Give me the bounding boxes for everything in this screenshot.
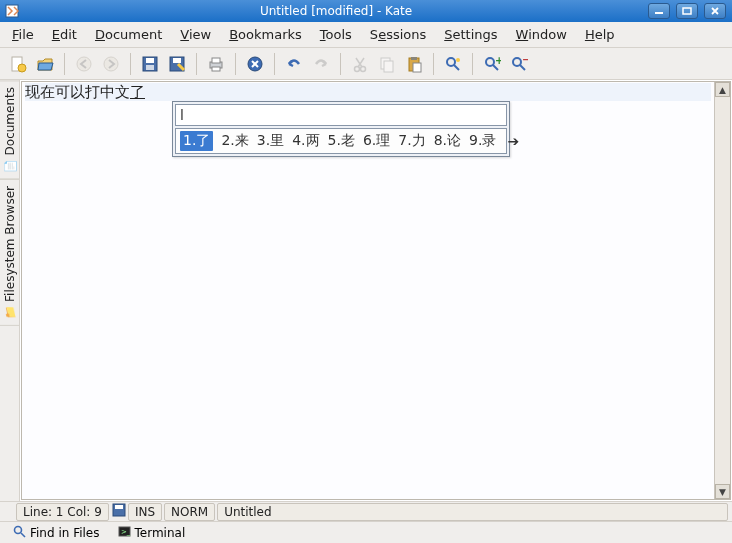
copy-icon[interactable] bbox=[375, 52, 399, 76]
vertical-scrollbar[interactable]: ▲ ▼ bbox=[714, 82, 730, 499]
documents-icon: 📄 bbox=[3, 159, 16, 172]
save-status-icon[interactable] bbox=[112, 503, 126, 520]
svg-rect-22 bbox=[413, 63, 421, 72]
open-file-icon[interactable] bbox=[33, 52, 57, 76]
window-title: Untitled [modified] - Kate bbox=[24, 4, 648, 18]
ime-candidate[interactable]: 4.两 bbox=[292, 132, 319, 150]
svg-rect-14 bbox=[212, 67, 220, 71]
menu-document[interactable]: Document bbox=[87, 24, 170, 45]
sidetab-filesystem-label: Filesystem Browser bbox=[3, 186, 17, 302]
menu-settings[interactable]: Settings bbox=[436, 24, 505, 45]
svg-rect-8 bbox=[146, 58, 154, 63]
ime-candidate[interactable]: 2.来 bbox=[221, 132, 248, 150]
text-editor[interactable]: 现在可以打中文了 l 1.了 2.来 3.里 4.两 5.老 6.理 7.力 8… bbox=[22, 82, 714, 499]
close-button[interactable] bbox=[704, 3, 726, 19]
back-icon[interactable] bbox=[72, 52, 96, 76]
main-area: 📄 Documents 📁 Filesystem Browser 现在可以打中文… bbox=[0, 80, 732, 501]
titlebar: Untitled [modified] - Kate bbox=[0, 0, 732, 22]
zoom-out-icon[interactable]: − bbox=[507, 52, 531, 76]
svg-point-25 bbox=[456, 58, 460, 62]
scroll-down-icon[interactable]: ▼ bbox=[715, 484, 730, 499]
svg-point-16 bbox=[355, 66, 360, 71]
bottomtab-terminal-label: Terminal bbox=[135, 526, 186, 540]
scroll-up-icon[interactable]: ▲ bbox=[715, 82, 730, 97]
folder-icon: 📁 bbox=[3, 306, 16, 319]
status-linecol: Line: 1 Col: 9 bbox=[16, 503, 109, 521]
menu-window[interactable]: Window bbox=[508, 24, 575, 45]
status-insert-mode[interactable]: INS bbox=[128, 503, 162, 521]
sidetab-documents[interactable]: 📄 Documents bbox=[0, 80, 19, 179]
sidetab-documents-label: Documents bbox=[3, 87, 17, 155]
undo-icon[interactable] bbox=[282, 52, 306, 76]
svg-line-30 bbox=[520, 65, 525, 70]
ime-next-page-icon[interactable]: ➔ bbox=[504, 133, 522, 149]
menu-tools[interactable]: Tools bbox=[312, 24, 360, 45]
status-norm: NORM bbox=[164, 503, 215, 521]
svg-point-26 bbox=[486, 58, 494, 66]
svg-point-4 bbox=[18, 64, 26, 72]
svg-point-5 bbox=[77, 57, 91, 71]
minimize-button[interactable] bbox=[648, 3, 670, 19]
terminal-icon: >_ bbox=[118, 525, 131, 541]
redo-icon[interactable] bbox=[309, 52, 333, 76]
bottomtab-terminal[interactable]: >_ Terminal bbox=[111, 523, 193, 543]
svg-line-24 bbox=[454, 65, 459, 70]
ime-candidate[interactable]: 6.理 bbox=[363, 132, 390, 150]
menu-bookmarks[interactable]: Bookmarks bbox=[221, 24, 310, 45]
ime-candidate[interactable]: 9.录 bbox=[469, 132, 496, 150]
menu-view[interactable]: View bbox=[172, 24, 219, 45]
svg-rect-13 bbox=[212, 58, 220, 63]
svg-rect-19 bbox=[384, 61, 393, 72]
ime-candidate[interactable]: 5.老 bbox=[328, 132, 355, 150]
menu-file[interactable]: File bbox=[4, 24, 42, 45]
svg-rect-11 bbox=[173, 58, 181, 63]
maximize-button[interactable] bbox=[676, 3, 698, 19]
ime-candidate[interactable]: 8.论 bbox=[434, 132, 461, 150]
paste-icon[interactable] bbox=[402, 52, 426, 76]
save-icon[interactable] bbox=[138, 52, 162, 76]
ime-candidate[interactable]: 1.了 bbox=[180, 131, 213, 151]
app-icon bbox=[4, 3, 20, 19]
menubar: File Edit Document View Bookmarks Tools … bbox=[0, 22, 732, 48]
ime-candidate[interactable]: 7.力 bbox=[398, 132, 425, 150]
svg-line-35 bbox=[21, 533, 25, 537]
ime-popup: l 1.了 2.来 3.里 4.两 5.老 6.理 7.力 8.论 9.录 ➔ bbox=[172, 101, 510, 157]
sidetab-filesystem[interactable]: 📁 Filesystem Browser bbox=[0, 179, 19, 326]
ime-candidate-list[interactable]: 1.了 2.来 3.里 4.两 5.老 6.理 7.力 8.论 9.录 ➔ bbox=[175, 128, 507, 154]
bottomtab-find-label: Find in Files bbox=[30, 526, 100, 540]
svg-rect-2 bbox=[683, 8, 691, 14]
zoom-in-icon[interactable]: + bbox=[480, 52, 504, 76]
search-icon bbox=[13, 525, 26, 541]
ime-input[interactable]: l bbox=[175, 104, 507, 126]
toolbar: + − bbox=[0, 48, 732, 80]
svg-text:+: + bbox=[495, 55, 501, 66]
editor-precomposition: 了 bbox=[130, 83, 145, 101]
statusbar: Line: 1 Col: 9 INS NORM Untitled bbox=[0, 501, 732, 521]
menu-edit[interactable]: Edit bbox=[44, 24, 85, 45]
menu-help[interactable]: Help bbox=[577, 24, 623, 45]
svg-rect-21 bbox=[411, 57, 417, 60]
cut-icon[interactable] bbox=[348, 52, 372, 76]
close-doc-icon[interactable] bbox=[243, 52, 267, 76]
svg-point-29 bbox=[513, 58, 521, 66]
bottomtab-find-in-files[interactable]: Find in Files bbox=[6, 523, 107, 543]
save-as-icon[interactable] bbox=[165, 52, 189, 76]
editor-area: 现在可以打中文了 l 1.了 2.来 3.里 4.两 5.老 6.理 7.力 8… bbox=[21, 81, 731, 500]
new-file-icon[interactable] bbox=[6, 52, 30, 76]
svg-text:−: − bbox=[522, 55, 528, 65]
side-panel-left: 📄 Documents 📁 Filesystem Browser bbox=[0, 80, 20, 501]
find-icon[interactable] bbox=[441, 52, 465, 76]
print-icon[interactable] bbox=[204, 52, 228, 76]
menu-sessions[interactable]: Sessions bbox=[362, 24, 434, 45]
bottom-toolview: Find in Files >_ Terminal bbox=[0, 521, 732, 543]
ime-candidate[interactable]: 3.里 bbox=[257, 132, 284, 150]
editor-text: 现在可以打中文 bbox=[25, 83, 130, 101]
svg-rect-33 bbox=[115, 505, 123, 509]
svg-text:>_: >_ bbox=[121, 528, 131, 536]
svg-point-23 bbox=[447, 58, 455, 66]
svg-point-34 bbox=[15, 526, 22, 533]
status-docname: Untitled bbox=[217, 503, 728, 521]
svg-rect-9 bbox=[146, 65, 154, 70]
forward-icon[interactable] bbox=[99, 52, 123, 76]
svg-point-17 bbox=[361, 66, 366, 71]
